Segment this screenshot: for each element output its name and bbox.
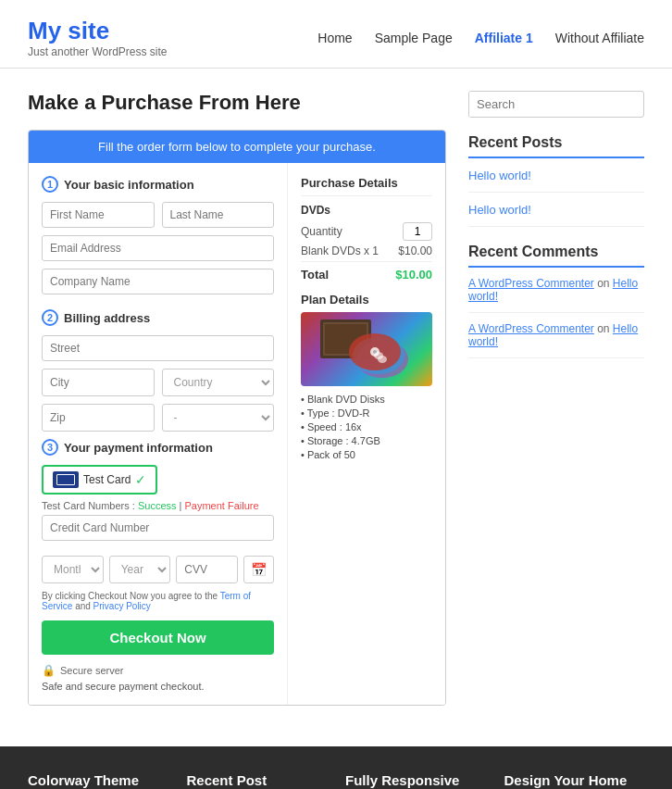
checkout-left: 1 Your basic information 2 Billing addre… bbox=[29, 163, 288, 705]
product-image bbox=[301, 312, 432, 386]
nav-home[interactable]: Home bbox=[317, 31, 352, 45]
bullet-1: • Type : DVD-R bbox=[301, 407, 432, 419]
footer-col-1-title: Recent Post bbox=[187, 772, 328, 788]
month-select[interactable]: Month bbox=[42, 556, 104, 583]
company-input[interactable] bbox=[42, 269, 274, 294]
divider-1 bbox=[468, 192, 644, 193]
section1-number: 1 bbox=[42, 176, 58, 193]
quantity-label: Quantity bbox=[301, 225, 342, 238]
zip-extra-select[interactable]: - bbox=[162, 404, 275, 432]
test-card-label: Test Card bbox=[83, 473, 131, 486]
street-input[interactable] bbox=[42, 335, 274, 361]
divider-2 bbox=[468, 226, 644, 227]
quantity-row: Quantity bbox=[301, 222, 432, 241]
svg-point-9 bbox=[374, 352, 383, 359]
bullet-3: • Storage : 4.7GB bbox=[301, 435, 432, 446]
privacy-policy-link[interactable]: Privacy Policy bbox=[93, 601, 151, 611]
search-button[interactable]: 🔍 bbox=[640, 92, 644, 117]
lock-icon: 🔒 bbox=[42, 664, 56, 677]
section1-header: 1 Your basic information bbox=[42, 176, 274, 193]
failure-link[interactable]: Payment Failure bbox=[185, 500, 259, 511]
nav-without-affiliate[interactable]: Without Affiliate bbox=[555, 31, 644, 45]
zip-row: - bbox=[42, 404, 274, 432]
sidebar: 🔍 Recent Posts Hello world! Hello world!… bbox=[468, 91, 644, 706]
divider-4 bbox=[468, 357, 644, 358]
bullet-0: • Blank DVD Disks bbox=[301, 394, 432, 405]
footer: Colorway Theme Footer is widgetized. To … bbox=[0, 746, 672, 789]
comment-on-1: on bbox=[597, 322, 613, 335]
cc-number-input[interactable] bbox=[42, 515, 274, 541]
section1-title: Your basic information bbox=[64, 178, 194, 192]
checkout-container: Fill the order form below to complete yo… bbox=[28, 130, 446, 706]
email-input[interactable] bbox=[42, 235, 274, 261]
plan-details-title: Plan Details bbox=[301, 293, 432, 307]
search-input[interactable] bbox=[469, 92, 640, 117]
calendar-icon-button[interactable]: 📅 bbox=[243, 556, 274, 583]
comment-1: A WordPress Commenter on Hello world! bbox=[468, 322, 644, 348]
checkmark-icon: ✓ bbox=[135, 472, 146, 487]
secure-subtext: Safe and secure payment checkout. bbox=[42, 681, 274, 692]
total-row: Total $10.00 bbox=[301, 261, 432, 282]
main-nav: Home Sample Page Affiliate 1 Without Aff… bbox=[317, 31, 644, 45]
name-row bbox=[42, 202, 274, 228]
terms-text: By clicking Checkout Now you agree to th… bbox=[42, 591, 274, 611]
last-name-input[interactable] bbox=[162, 202, 275, 228]
year-select[interactable]: Year bbox=[109, 556, 171, 583]
main-layout: Make a Purchase From Here Fill the order… bbox=[0, 69, 672, 728]
footer-col-0-title: Colorway Theme bbox=[28, 772, 168, 788]
site-title: My site bbox=[28, 17, 168, 45]
section2-number: 2 bbox=[42, 309, 58, 326]
comment-0: A WordPress Commenter on Hello world! bbox=[468, 277, 644, 303]
country-select[interactable]: Country bbox=[162, 369, 275, 396]
city-input[interactable] bbox=[42, 369, 155, 396]
recent-post-link-1[interactable]: Hello world! bbox=[468, 203, 531, 217]
recent-post-1: Hello world! bbox=[468, 202, 644, 217]
section3-title: Your payment information bbox=[64, 441, 213, 455]
section2-title: Billing address bbox=[64, 311, 150, 325]
divider-3 bbox=[468, 312, 644, 313]
quantity-input[interactable] bbox=[403, 222, 432, 241]
recent-comments-title: Recent Comments bbox=[468, 244, 644, 268]
comment-author-1[interactable]: A WordPress Commenter bbox=[468, 322, 594, 335]
site-tagline: Just another WordPress site bbox=[28, 45, 168, 58]
recent-posts-title: Recent Posts bbox=[468, 134, 644, 158]
recent-post-link-0[interactable]: Hello world! bbox=[468, 169, 531, 182]
product-category: DVDs bbox=[301, 204, 432, 217]
checkout-now-button[interactable]: Checkout Now bbox=[42, 620, 274, 655]
line-item-row: Blank DVDs x 1 $10.00 bbox=[301, 244, 432, 257]
recent-posts-section: Recent Posts Hello world! Hello world! bbox=[468, 134, 644, 227]
test-card-button[interactable]: Test Card ✓ bbox=[42, 465, 157, 495]
site-branding: My site Just another WordPress site bbox=[28, 17, 168, 58]
footer-col-2: Fully Responsive Colorway is a unique re… bbox=[345, 772, 486, 789]
card-icon bbox=[53, 471, 79, 488]
recent-post-0: Hello world! bbox=[468, 168, 644, 182]
total-price: $10.00 bbox=[395, 268, 432, 282]
page-title: Make a Purchase From Here bbox=[28, 91, 446, 115]
comment-on-0: on bbox=[597, 277, 613, 290]
section3-header: 3 Your payment information bbox=[42, 439, 274, 456]
test-card-note: Test Card Numbers : Success | Payment Fa… bbox=[42, 500, 274, 511]
checkout-banner: Fill the order form below to complete yo… bbox=[29, 131, 445, 163]
footer-col-3-title: Design Your Home bbox=[504, 772, 645, 788]
footer-grid: Colorway Theme Footer is widgetized. To … bbox=[28, 772, 644, 789]
bullet-4: • Pack of 50 bbox=[301, 449, 432, 460]
first-name-input[interactable] bbox=[42, 202, 155, 228]
line-item-price: $10.00 bbox=[398, 244, 432, 257]
comment-author-0[interactable]: A WordPress Commenter bbox=[468, 277, 594, 290]
bullet-2: • Speed : 16x bbox=[301, 421, 432, 432]
footer-col-0: Colorway Theme Footer is widgetized. To … bbox=[28, 772, 168, 789]
section2-header: 2 Billing address bbox=[42, 309, 274, 326]
footer-col-2-title: Fully Responsive bbox=[345, 772, 486, 788]
site-header: My site Just another WordPress site Home… bbox=[0, 0, 672, 69]
content-area: Make a Purchase From Here Fill the order… bbox=[28, 91, 446, 706]
purchase-details-title: Purchase Details bbox=[301, 176, 432, 196]
nav-affiliate1[interactable]: Affiliate 1 bbox=[475, 31, 533, 45]
line-item-label: Blank DVDs x 1 bbox=[301, 244, 379, 257]
nav-sample-page[interactable]: Sample Page bbox=[375, 31, 453, 45]
cvv-input[interactable] bbox=[176, 556, 238, 583]
search-box: 🔍 bbox=[468, 91, 644, 118]
recent-comments-section: Recent Comments A WordPress Commenter on… bbox=[468, 244, 644, 358]
zip-input[interactable] bbox=[42, 404, 155, 432]
total-label: Total bbox=[301, 268, 329, 282]
success-link[interactable]: Success bbox=[138, 500, 177, 511]
